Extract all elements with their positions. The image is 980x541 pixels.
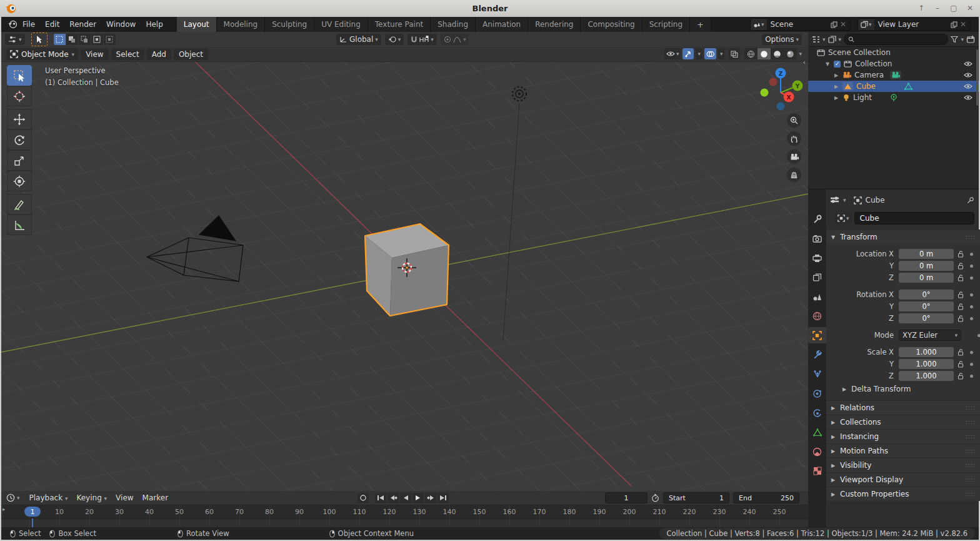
gizmo-axis-neg-y[interactable] xyxy=(761,89,769,97)
menu-help[interactable]: Help xyxy=(141,19,168,30)
tab-view-layer[interactable] xyxy=(808,269,826,285)
outliner-editor-icon[interactable] xyxy=(812,36,820,43)
timeline-expand-arrow[interactable]: ▸ xyxy=(2,506,6,512)
timeline-ruler[interactable]: 1020304050607080901001101201301401501601… xyxy=(1,505,808,519)
gizmo-axis-neg-x[interactable] xyxy=(769,78,778,86)
shading-rendered-button[interactable] xyxy=(784,48,797,59)
outliner-display-mode-icon[interactable] xyxy=(828,36,836,43)
animate-dot[interactable] xyxy=(970,317,973,320)
motion-paths-panel-header[interactable]: ▶Motion Paths:::: xyxy=(826,443,980,458)
pivot-point-dropdown[interactable]: ▾ xyxy=(385,34,404,45)
rotation-z-field[interactable]: 0° xyxy=(899,313,954,323)
end-frame-field[interactable]: End250 xyxy=(733,492,799,503)
filter-icon[interactable] xyxy=(951,36,958,43)
tab-material[interactable] xyxy=(808,443,826,460)
viewport-menu-object[interactable]: Object xyxy=(174,49,208,60)
properties-editor-icon[interactable] xyxy=(830,196,839,204)
tab-compositing[interactable]: Compositing xyxy=(581,17,642,32)
shading-material-button[interactable] xyxy=(771,48,784,59)
panel-grip[interactable]: :::: xyxy=(966,491,976,497)
viewport-menu-view[interactable]: View xyxy=(81,49,108,60)
animate-dot[interactable] xyxy=(978,334,980,337)
rotation-y-field[interactable]: 0° xyxy=(899,301,954,311)
outliner-search[interactable] xyxy=(844,34,948,45)
pan-button[interactable] xyxy=(787,131,801,146)
lock-icon[interactable] xyxy=(957,274,964,281)
camera-data-icon[interactable] xyxy=(890,71,901,79)
menu-render[interactable]: Render xyxy=(64,19,101,30)
tab-render[interactable] xyxy=(808,230,826,246)
collection-eye-icon[interactable] xyxy=(964,61,972,67)
lock-icon[interactable] xyxy=(957,303,964,310)
menu-edit[interactable]: Edit xyxy=(40,19,64,30)
shading-wireframe-button[interactable] xyxy=(744,48,758,59)
marker-menu[interactable]: Marker xyxy=(138,492,172,503)
window-minimize-button[interactable]: – xyxy=(931,2,944,14)
outliner-row-light[interactable]: ▶ Light xyxy=(808,92,979,103)
snap-target-icon[interactable] xyxy=(419,36,429,43)
next-keyframe-button[interactable] xyxy=(425,493,436,503)
panel-grip[interactable]: :::: xyxy=(966,477,976,483)
animate-dot[interactable] xyxy=(970,253,973,256)
animate-dot[interactable] xyxy=(970,305,973,308)
tab-world[interactable] xyxy=(808,308,826,324)
active-tool-selector[interactable]: ▾ xyxy=(5,34,25,45)
new-view-layer-icon[interactable] xyxy=(951,21,958,28)
unlink-scene-icon[interactable]: ✕ xyxy=(838,20,848,29)
outliner-scrollbar[interactable] xyxy=(976,49,978,106)
tab-rendering[interactable]: Rendering xyxy=(528,17,581,32)
camera-eye-icon[interactable] xyxy=(964,72,972,78)
animate-dot[interactable] xyxy=(970,293,973,296)
select-mode-intersect[interactable] xyxy=(104,34,116,45)
xray-toggle[interactable] xyxy=(729,48,740,59)
lock-icon[interactable] xyxy=(957,262,964,270)
viewport-display-panel-header[interactable]: ▶Viewport Display:::: xyxy=(826,472,980,487)
lock-icon[interactable] xyxy=(957,360,964,368)
timeline-track-area[interactable] xyxy=(1,519,808,528)
location-y-field[interactable]: 0 m xyxy=(899,261,954,271)
object-name-field[interactable]: Cube xyxy=(854,212,974,225)
options-dropdown[interactable]: Options▾ xyxy=(762,34,802,45)
collections-panel-header[interactable]: ▶Collections:::: xyxy=(826,415,980,429)
select-mode-new[interactable] xyxy=(54,34,66,45)
playback-menu[interactable]: Playback ▾ xyxy=(25,492,72,503)
panel-grip[interactable]: :::: xyxy=(966,433,976,440)
start-frame-field[interactable]: Start1 xyxy=(663,492,729,503)
tool-move[interactable] xyxy=(7,109,32,129)
tab-tool[interactable] xyxy=(808,211,826,227)
animate-dot[interactable] xyxy=(970,351,973,354)
tab-texture-paint[interactable]: Texture Paint xyxy=(368,17,431,32)
play-reverse-button[interactable] xyxy=(400,493,411,503)
playhead-line[interactable] xyxy=(32,518,33,528)
select-mode-extend[interactable] xyxy=(66,34,78,45)
scale-x-field[interactable]: 1.000 xyxy=(899,347,954,357)
tab-sculpting[interactable]: Sculpting xyxy=(265,17,314,32)
tool-rotate[interactable] xyxy=(7,129,32,150)
cube-expand-icon[interactable]: ▶ xyxy=(833,84,839,89)
mode-dropdown[interactable]: Object Mode ▾ xyxy=(6,48,78,60)
tab-scripting[interactable]: Scripting xyxy=(642,17,690,32)
tab-constraints[interactable] xyxy=(808,405,826,421)
shading-dropdown[interactable]: ▾ xyxy=(799,51,802,57)
light-object[interactable] xyxy=(512,87,526,101)
scale-z-field[interactable]: 1.000 xyxy=(899,371,954,381)
rotation-x-field[interactable]: 0° xyxy=(899,290,954,300)
select-mode-invert[interactable] xyxy=(91,34,103,45)
light-expand-icon[interactable]: ▶ xyxy=(833,95,839,101)
tab-modifiers[interactable] xyxy=(808,346,826,363)
tab-animation[interactable]: Animation xyxy=(476,17,528,32)
panel-grip[interactable]: :::: xyxy=(966,448,976,454)
lock-icon[interactable] xyxy=(957,372,964,380)
tab-particles[interactable] xyxy=(808,366,826,382)
tab-physics[interactable] xyxy=(808,385,826,402)
camera-expand-icon[interactable]: ▶ xyxy=(833,73,839,78)
window-shade-button[interactable]: ↑ xyxy=(915,2,928,14)
rotation-mode-dropdown[interactable]: XYZ Euler▾ xyxy=(899,330,961,341)
object-type-dropdown[interactable]: ▾ xyxy=(835,213,852,224)
panel-grip[interactable]: :::: xyxy=(966,462,976,468)
viewport-menu-select[interactable]: Select xyxy=(111,49,144,60)
current-frame-field[interactable]: 1 xyxy=(605,492,648,503)
location-x-field[interactable]: 0 m xyxy=(899,249,954,259)
location-z-field[interactable]: 0 m xyxy=(899,273,954,283)
gizmos-dropdown[interactable]: ▾ xyxy=(696,48,702,59)
